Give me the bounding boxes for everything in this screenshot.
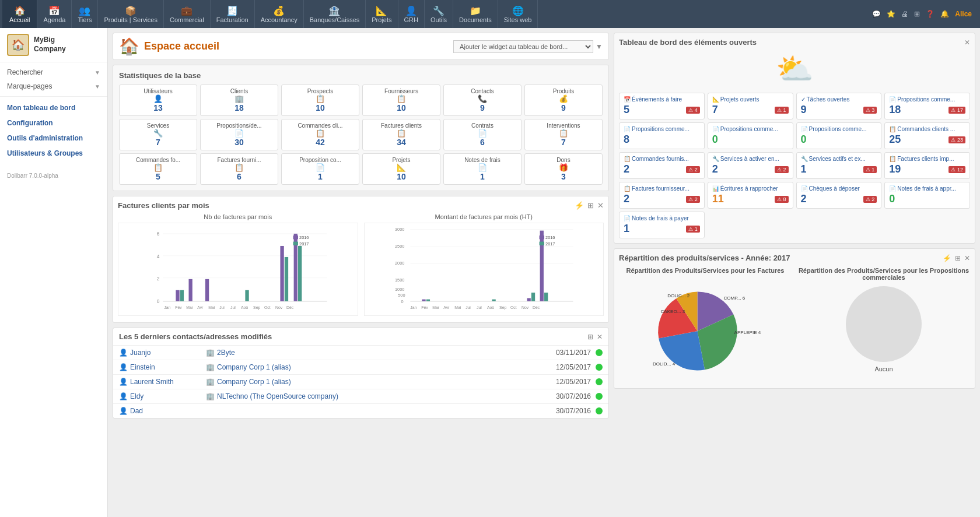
expand-icon[interactable]: ⊞ [914,10,920,18]
contact-name[interactable]: Dad [130,407,206,415]
nav-agenda[interactable]: 📅 Agenda [37,0,72,28]
repartition-grid-icon[interactable]: ⊞ [955,254,961,262]
dash-card-propositions3[interactable]: 📄 Propositions comme... 0 [708,122,793,149]
tableau-bord-close-icon[interactable]: ✕ [964,38,970,47]
prop1-icon: 📄 [889,96,896,103]
stat-card-commandes-fo[interactable]: Commandes fo... 📋 5 [119,153,197,185]
dash-card-factures-fournis[interactable]: 📋 Factures fournisseur... 2 ⚠ 2 [619,182,705,209]
contact-company[interactable]: Company Corp 1 (alias) [217,378,538,386]
svg-rect-46 [527,298,530,301]
stat-card-services[interactable]: Services 🔧 7 [119,119,197,150]
contact-person-icon: 👤 [119,407,128,415]
svg-text:0: 0 [157,298,160,304]
contacts-close-icon[interactable]: ✕ [597,333,603,341]
sidebar-item-outils-admin[interactable]: Outils d'administration [0,131,107,146]
stat-card-contacts[interactable]: Contacts 📞 9 [443,85,522,116]
contact-name[interactable]: Laurent Smith [130,378,206,386]
dash-card-services-activer[interactable]: 🔧 Services à activer en... 2 ⚠ 2 [708,152,793,179]
dash-card-propositions2[interactable]: 📄 Propositions comme... 8 [619,122,705,149]
nav-commercial[interactable]: 💼 Commercial [164,0,211,28]
contact-name[interactable]: Einstein [130,363,206,371]
contact-row-einstein[interactable]: 👤 Einstein 🏢 Company Corp 1 (alias) 12/0… [113,360,608,375]
dash-card-projets-ouverts[interactable]: 📐 Projets ouverts 7 ⚠ 1 [708,93,793,119]
nav-outils[interactable]: 🔧 Outils [425,0,453,28]
star-icon[interactable]: ⭐ [887,10,895,18]
print-icon[interactable]: 🖨 [901,10,908,18]
stat-card-commandes-cli[interactable]: Commandes cli... 📋 42 [281,119,359,150]
contacts-grid-icon[interactable]: ⊞ [587,333,593,341]
notification-icon[interactable]: 💬 [872,10,881,18]
svg-text:Jul: Jul [230,305,236,310]
sidebar-item-configuration[interactable]: Configuration [0,115,107,131]
stat-card-clients[interactable]: Clients 🏢 18 [200,85,278,116]
dash-card-services-actifs[interactable]: 🔧 Services actifs et ex... 1 ⚠ 1 [796,152,882,179]
sidebar-item-mon-tableau[interactable]: Mon tableau de bord [0,100,107,115]
stat-card-notes-de-frais[interactable]: Notes de frais 📄 1 [443,153,522,185]
contact-name[interactable]: Eldy [130,392,206,400]
svg-text:DOLID... 4: DOLID... 4 [653,361,676,367]
cheques-value: 2 [801,193,807,205]
contact-company[interactable]: Company Corp 1 (alias) [217,363,538,371]
nav-facturation[interactable]: 🧾 Facturation [211,0,255,28]
stat-card-fournisseurs[interactable]: Fournisseurs 📋 10 [362,85,440,116]
sidebar-bookmarks[interactable]: Marque-pages ▼ [0,80,107,93]
stat-card-projets[interactable]: Projets 📐 10 [362,153,440,185]
dash-card-propositions1[interactable]: 📄 Propositions comme... 18 ⚠ 17 [884,93,970,119]
contact-row-juanjo[interactable]: 👤 Juanjo 🏢 2Byte 03/11/2017 [113,346,608,360]
sidebar-search[interactable]: Rechercher ▼ [0,65,107,80]
contact-row-eldy[interactable]: 👤 Eldy 🏢 NLTechno (The OpenSource compan… [113,389,608,404]
svg-text:6: 6 [157,231,160,237]
svg-text:2017: 2017 [545,241,555,247]
nav-grh[interactable]: 👤 GRH [398,0,425,28]
dash-card-commandes-fournis[interactable]: 📋 Commandes fournis... 2 ⚠ 2 [619,152,705,179]
stat-card-utilisateurs[interactable]: Utilisateurs 👤 13 [119,85,197,116]
contacts-title: Les 5 derniers contacts/adresses modifié… [119,332,272,341]
dash-card-factures-cli-imp[interactable]: 📋 Factures clients imp... 19 ⚠ 12 [884,152,970,179]
nav-accueil[interactable]: 🏠 Accueil [2,0,37,28]
nav-produits-services[interactable]: 📦 Produits | Services [98,0,164,28]
contact-company[interactable]: NLTechno (The OpenSource company) [217,392,538,400]
dash-card-cheques[interactable]: 📄 Chèques à déposer 2 ⚠ 2 [796,182,882,209]
stat-card-propositions-de[interactable]: Propositions/de... 📄 30 [200,119,278,150]
repartition-close-icon[interactable]: ✕ [964,254,970,262]
widget-select[interactable]: Ajouter le widget au tableau de bord... [453,40,593,53]
stat-card-prospects[interactable]: Prospects 📋 10 [281,85,359,116]
nav-banques[interactable]: 🏦 Banques/Caisses [304,0,366,28]
contact-company[interactable]: 2Byte [217,349,538,357]
stat-card-factures-clients[interactable]: Factures clients 📋 34 [362,119,440,150]
grid-icon[interactable]: ⊞ [587,201,594,210]
contact-row-laurent[interactable]: 👤 Laurent Smith 🏢 Company Corp 1 (alias)… [113,375,608,389]
nav-sites-web[interactable]: 🌐 Sites web [498,0,538,28]
filter-icon[interactable]: ⚡ [575,201,584,210]
dash-card-notes-payer[interactable]: 📄 Notes de frais à payer 1 ⚠ 1 [619,212,705,238]
montant-factures-chart: Montant de factures par mois (HT) 3000 2… [364,213,604,318]
contact-name[interactable]: Juanjo [130,349,206,357]
nav-accountancy[interactable]: 💰 Accountancy [255,0,304,28]
dash-card-commandes-clients[interactable]: 📋 Commandes clients ... 25 ⚠ 23 [884,122,970,149]
svc-act-icon: 🔧 [712,156,719,162]
sidebar-item-utilisateurs[interactable]: Utilisateurs & Groupes [0,146,107,161]
stat-card-proposition-co[interactable]: Proposition co... 📄 1 [281,153,359,185]
stats-section: Statistiques de la base Utilisateurs 👤 1… [113,65,609,191]
dash-card-evenements[interactable]: 📅 Évènements à faire 5 ⚠ 4 [619,93,705,119]
nav-tiers[interactable]: 👥 Tiers [72,0,98,28]
factures-chart-title: Factures clients par mois [118,201,209,210]
stat-card-produits[interactable]: Produits 💰 9 [524,85,603,116]
stat-card-factures-fourni[interactable]: Factures fourni... 📋 6 [200,153,278,185]
stat-card-interventions[interactable]: Interventions 📋 7 [524,119,603,150]
repartition-filter-icon[interactable]: ⚡ [943,254,951,262]
nav-projets[interactable]: 📐 Projets [366,0,398,28]
top-nav: 🏠 Accueil 📅 Agenda 👥 Tiers 📦 Produits | … [0,0,980,28]
svg-text:Avr: Avr [443,305,450,310]
notes-appr-icon: 📄 [889,185,896,192]
dash-card-ecritures[interactable]: 📊 Écritures à rapprocher 11 ⚠ 8 [708,182,793,209]
nav-documents[interactable]: 📁 Documents [453,0,498,28]
stat-card-contrats[interactable]: Contrats 📄 6 [443,119,522,150]
dash-card-taches[interactable]: ✓ Tâches ouvertes 9 ⚠ 3 [796,93,882,119]
dash-card-propositions4[interactable]: 📄 Propositions comme... 0 [796,122,882,149]
chart-close-icon[interactable]: ✕ [597,201,604,210]
dash-card-notes-appr[interactable]: 📄 Notes de frais à appr... 0 [884,182,970,209]
help-icon[interactable]: ❓ [926,10,935,18]
stat-card-dons[interactable]: Dons 🎁 3 [524,153,603,185]
contact-row-dad[interactable]: 👤 Dad 30/07/2016 [113,404,608,418]
